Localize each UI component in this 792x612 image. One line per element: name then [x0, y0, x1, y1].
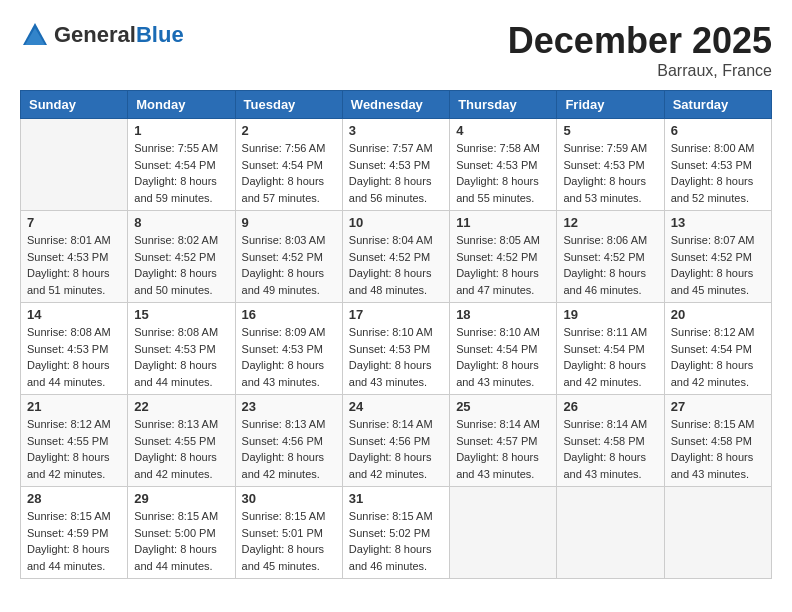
day-number: 27 [671, 399, 765, 414]
logo-blue-text: Blue [136, 22, 184, 47]
sunset-text: Sunset: 4:53 PM [563, 159, 644, 171]
sunrise-text: Sunrise: 7:59 AM [563, 142, 647, 154]
sunset-text: Sunset: 4:55 PM [27, 435, 108, 447]
sunrise-text: Sunrise: 8:12 AM [671, 326, 755, 338]
day-number: 10 [349, 215, 443, 230]
daylight-text: Daylight: 8 hours and 59 minutes. [134, 175, 217, 204]
day-number: 11 [456, 215, 550, 230]
sunrise-text: Sunrise: 8:08 AM [134, 326, 218, 338]
sunset-text: Sunset: 4:54 PM [134, 159, 215, 171]
calendar-cell: 12Sunrise: 8:06 AMSunset: 4:52 PMDayligh… [557, 211, 664, 303]
day-info: Sunrise: 7:59 AMSunset: 4:53 PMDaylight:… [563, 140, 657, 206]
daylight-text: Daylight: 8 hours and 55 minutes. [456, 175, 539, 204]
sunrise-text: Sunrise: 8:15 AM [671, 418, 755, 430]
calendar-cell: 31Sunrise: 8:15 AMSunset: 5:02 PMDayligh… [342, 487, 449, 579]
day-info: Sunrise: 8:14 AMSunset: 4:56 PMDaylight:… [349, 416, 443, 482]
sunrise-text: Sunrise: 8:15 AM [349, 510, 433, 522]
day-info: Sunrise: 8:06 AMSunset: 4:52 PMDaylight:… [563, 232, 657, 298]
calendar-table: SundayMondayTuesdayWednesdayThursdayFrid… [20, 90, 772, 579]
sunrise-text: Sunrise: 7:55 AM [134, 142, 218, 154]
day-info: Sunrise: 8:11 AMSunset: 4:54 PMDaylight:… [563, 324, 657, 390]
day-number: 5 [563, 123, 657, 138]
day-info: Sunrise: 7:55 AMSunset: 4:54 PMDaylight:… [134, 140, 228, 206]
calendar-cell: 24Sunrise: 8:14 AMSunset: 4:56 PMDayligh… [342, 395, 449, 487]
day-info: Sunrise: 8:10 AMSunset: 4:54 PMDaylight:… [456, 324, 550, 390]
daylight-text: Daylight: 8 hours and 44 minutes. [27, 543, 110, 572]
day-info: Sunrise: 8:00 AMSunset: 4:53 PMDaylight:… [671, 140, 765, 206]
sunrise-text: Sunrise: 8:06 AM [563, 234, 647, 246]
day-info: Sunrise: 8:15 AMSunset: 5:00 PMDaylight:… [134, 508, 228, 574]
day-info: Sunrise: 7:57 AMSunset: 4:53 PMDaylight:… [349, 140, 443, 206]
weekday-header-friday: Friday [557, 91, 664, 119]
calendar-week-row: 28Sunrise: 8:15 AMSunset: 4:59 PMDayligh… [21, 487, 772, 579]
calendar-cell: 10Sunrise: 8:04 AMSunset: 4:52 PMDayligh… [342, 211, 449, 303]
daylight-text: Daylight: 8 hours and 46 minutes. [563, 267, 646, 296]
sunrise-text: Sunrise: 8:15 AM [242, 510, 326, 522]
calendar-cell: 1Sunrise: 7:55 AMSunset: 4:54 PMDaylight… [128, 119, 235, 211]
day-number: 23 [242, 399, 336, 414]
calendar-cell: 2Sunrise: 7:56 AMSunset: 4:54 PMDaylight… [235, 119, 342, 211]
calendar-cell: 6Sunrise: 8:00 AMSunset: 4:53 PMDaylight… [664, 119, 771, 211]
weekday-header-monday: Monday [128, 91, 235, 119]
daylight-text: Daylight: 8 hours and 44 minutes. [134, 359, 217, 388]
sunrise-text: Sunrise: 8:08 AM [27, 326, 111, 338]
sunset-text: Sunset: 5:00 PM [134, 527, 215, 539]
day-number: 28 [27, 491, 121, 506]
calendar-cell: 23Sunrise: 8:13 AMSunset: 4:56 PMDayligh… [235, 395, 342, 487]
sunrise-text: Sunrise: 8:03 AM [242, 234, 326, 246]
sunrise-text: Sunrise: 8:07 AM [671, 234, 755, 246]
calendar-cell: 27Sunrise: 8:15 AMSunset: 4:58 PMDayligh… [664, 395, 771, 487]
day-number: 20 [671, 307, 765, 322]
day-info: Sunrise: 8:08 AMSunset: 4:53 PMDaylight:… [134, 324, 228, 390]
day-number: 22 [134, 399, 228, 414]
day-number: 21 [27, 399, 121, 414]
day-number: 24 [349, 399, 443, 414]
daylight-text: Daylight: 8 hours and 43 minutes. [349, 359, 432, 388]
day-info: Sunrise: 8:15 AMSunset: 5:01 PMDaylight:… [242, 508, 336, 574]
sunrise-text: Sunrise: 8:01 AM [27, 234, 111, 246]
day-info: Sunrise: 8:05 AMSunset: 4:52 PMDaylight:… [456, 232, 550, 298]
daylight-text: Daylight: 8 hours and 53 minutes. [563, 175, 646, 204]
daylight-text: Daylight: 8 hours and 48 minutes. [349, 267, 432, 296]
sunrise-text: Sunrise: 8:15 AM [134, 510, 218, 522]
sunrise-text: Sunrise: 8:02 AM [134, 234, 218, 246]
day-number: 30 [242, 491, 336, 506]
sunset-text: Sunset: 4:59 PM [27, 527, 108, 539]
daylight-text: Daylight: 8 hours and 45 minutes. [242, 543, 325, 572]
day-number: 17 [349, 307, 443, 322]
daylight-text: Daylight: 8 hours and 42 minutes. [27, 451, 110, 480]
weekday-header-saturday: Saturday [664, 91, 771, 119]
calendar-cell: 22Sunrise: 8:13 AMSunset: 4:55 PMDayligh… [128, 395, 235, 487]
sunset-text: Sunset: 4:53 PM [27, 251, 108, 263]
sunset-text: Sunset: 5:02 PM [349, 527, 430, 539]
sunset-text: Sunset: 4:54 PM [671, 343, 752, 355]
day-info: Sunrise: 8:15 AMSunset: 5:02 PMDaylight:… [349, 508, 443, 574]
calendar-week-row: 7Sunrise: 8:01 AMSunset: 4:53 PMDaylight… [21, 211, 772, 303]
sunset-text: Sunset: 4:52 PM [242, 251, 323, 263]
day-number: 15 [134, 307, 228, 322]
day-info: Sunrise: 8:04 AMSunset: 4:52 PMDaylight:… [349, 232, 443, 298]
sunrise-text: Sunrise: 8:15 AM [27, 510, 111, 522]
day-number: 6 [671, 123, 765, 138]
day-info: Sunrise: 7:56 AMSunset: 4:54 PMDaylight:… [242, 140, 336, 206]
sunset-text: Sunset: 4:54 PM [456, 343, 537, 355]
logo-general-text: General [54, 22, 136, 47]
calendar-week-row: 14Sunrise: 8:08 AMSunset: 4:53 PMDayligh… [21, 303, 772, 395]
sunset-text: Sunset: 4:53 PM [134, 343, 215, 355]
daylight-text: Daylight: 8 hours and 47 minutes. [456, 267, 539, 296]
sunset-text: Sunset: 4:52 PM [671, 251, 752, 263]
day-info: Sunrise: 8:10 AMSunset: 4:53 PMDaylight:… [349, 324, 443, 390]
sunrise-text: Sunrise: 8:10 AM [349, 326, 433, 338]
day-info: Sunrise: 8:15 AMSunset: 4:58 PMDaylight:… [671, 416, 765, 482]
day-number: 25 [456, 399, 550, 414]
calendar-cell [557, 487, 664, 579]
daylight-text: Daylight: 8 hours and 43 minutes. [242, 359, 325, 388]
calendar-cell: 17Sunrise: 8:10 AMSunset: 4:53 PMDayligh… [342, 303, 449, 395]
calendar-cell: 4Sunrise: 7:58 AMSunset: 4:53 PMDaylight… [450, 119, 557, 211]
calendar-week-row: 1Sunrise: 7:55 AMSunset: 4:54 PMDaylight… [21, 119, 772, 211]
calendar-cell: 15Sunrise: 8:08 AMSunset: 4:53 PMDayligh… [128, 303, 235, 395]
month-title: December 2025 [508, 20, 772, 62]
day-number: 13 [671, 215, 765, 230]
sunset-text: Sunset: 4:58 PM [671, 435, 752, 447]
page-header: GeneralBlue December 2025 Barraux, Franc… [20, 20, 772, 80]
